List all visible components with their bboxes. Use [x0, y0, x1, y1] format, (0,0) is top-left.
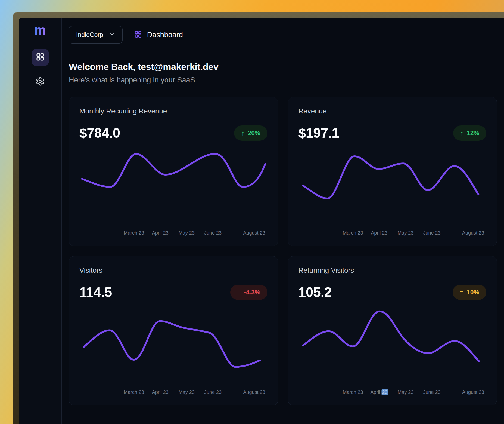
card-value: 114.5: [79, 284, 112, 300]
card-value-row: 114.5 ↓ -4.3%: [79, 284, 267, 300]
main-area: IndieCorp Dashboard: [62, 18, 504, 424]
sidebar-item-settings[interactable]: [32, 73, 49, 91]
trend-badge: ↓ -4.3%: [230, 285, 267, 300]
sidebar: m: [19, 18, 62, 424]
grid-icon: [36, 52, 45, 63]
window-content: m: [19, 18, 504, 424]
trend-label: -4.3%: [244, 289, 260, 296]
dashboard-content: Welcome Back, test@makerkit.dev Here's w…: [62, 52, 504, 405]
chart-line: [82, 154, 265, 187]
dashboard-grid-icon: [134, 30, 142, 39]
card-title: Visitors: [79, 266, 267, 275]
team-selector-label: IndieCorp: [76, 31, 103, 39]
chart-line: [303, 156, 478, 198]
axis-tick-label: August 23: [462, 389, 484, 395]
trend-label: 20%: [248, 130, 260, 137]
breadcrumb: Dashboard: [134, 30, 183, 39]
line-chart: March 23April 23May 23June 23August 23: [79, 148, 267, 239]
axis-tick-label: April 23: [152, 389, 169, 395]
metric-card: Visitors 114.5 ↓ -4.3% March 23April 23M…: [69, 256, 278, 405]
chart-svg: [298, 308, 487, 380]
card-value-row: $197.1 ↑ 12%: [298, 125, 487, 141]
trend-label: 12%: [467, 130, 479, 137]
welcome-subtitle: Here's what is happening in your SaaS: [69, 76, 497, 84]
line-chart: March 23April 23May 23June 23August 23: [79, 307, 267, 398]
axis-tick-label: June 23: [423, 389, 440, 395]
chart-x-axis: March 23April 23May 23June 23August 23: [298, 230, 487, 237]
line-chart: March 23April 23May 23June 23August 23: [298, 307, 487, 398]
sidebar-item-dashboard[interactable]: [32, 49, 49, 66]
axis-tick-label: May 23: [179, 389, 195, 395]
metric-card-grid: Monthly Recurring Revenue $784.0 ↑ 20% M…: [69, 97, 497, 405]
axis-tick-label: May 23: [397, 230, 413, 236]
axis-tick-label: June 23: [423, 230, 440, 236]
chart-svg: [298, 149, 487, 220]
metric-card: Returning Visitors 105.2 = 10% March 23A…: [288, 256, 497, 405]
metric-card: Revenue $197.1 ↑ 12% March 23April 23May…: [288, 97, 497, 246]
makerkit-logo: m: [34, 24, 46, 37]
card-value-row: $784.0 ↑ 20%: [79, 125, 267, 141]
axis-tick-label: April 23: [371, 230, 387, 236]
axis-tick-label: June 23: [204, 230, 222, 236]
axis-tick-label: August 23: [243, 230, 265, 236]
chart-line: [84, 321, 260, 367]
trend-badge: = 10%: [453, 285, 486, 300]
chart-x-axis: March 23April 23May 23June 23August 23: [298, 389, 487, 396]
card-title: Revenue: [298, 107, 487, 115]
gear-icon: [36, 77, 45, 87]
trend-badge: ↑ 12%: [453, 125, 486, 141]
axis-tick-label: May 23: [179, 230, 195, 236]
chart-line: [303, 311, 479, 361]
arrow-down-icon: ↓: [237, 288, 241, 296]
axis-tick-label: June 23: [204, 389, 222, 395]
metric-card: Monthly Recurring Revenue $784.0 ↑ 20% M…: [69, 97, 278, 246]
axis-tick-label: March 23: [124, 230, 144, 236]
chart-x-axis: March 23April 23May 23June 23August 23: [79, 230, 267, 237]
line-chart: March 23April 23May 23June 23August 23: [298, 148, 487, 239]
sidebar-nav: [32, 49, 49, 91]
page-title: Dashboard: [147, 31, 183, 39]
chart-x-axis: March 23April 23May 23June 23August 23: [79, 389, 267, 396]
trend-badge: ↑ 20%: [234, 125, 267, 141]
axis-tick-label: August 23: [243, 389, 265, 395]
chart-svg: [79, 149, 267, 220]
card-value-row: 105.2 = 10%: [298, 284, 487, 300]
card-value: 105.2: [298, 284, 332, 300]
welcome-heading: Welcome Back, test@makerkit.dev: [69, 62, 497, 72]
equals-icon: =: [460, 288, 463, 296]
team-selector-button[interactable]: IndieCorp: [69, 26, 123, 44]
topbar: IndieCorp Dashboard: [62, 18, 504, 52]
trend-label: 10%: [467, 289, 479, 296]
axis-tick-label: March 23: [343, 230, 363, 236]
arrow-up-icon: ↑: [241, 129, 244, 137]
arrow-up-icon: ↑: [460, 129, 463, 137]
card-title: Returning Visitors: [298, 266, 487, 275]
axis-tick-label: August 23: [462, 230, 484, 236]
card-value: $784.0: [79, 125, 120, 141]
axis-tick-label: April 23: [152, 230, 169, 236]
axis-tick-label: March 23: [124, 389, 144, 395]
chart-svg: [79, 308, 267, 380]
axis-tick-label: April 23: [370, 389, 388, 395]
card-value: $197.1: [298, 125, 339, 141]
chevron-down-icon: [109, 31, 115, 39]
selected-text: 23: [381, 389, 388, 395]
card-title: Monthly Recurring Revenue: [79, 107, 267, 115]
axis-tick-label: March 23: [343, 389, 363, 395]
app-window: m: [13, 12, 504, 424]
axis-tick-label: May 23: [397, 389, 413, 395]
